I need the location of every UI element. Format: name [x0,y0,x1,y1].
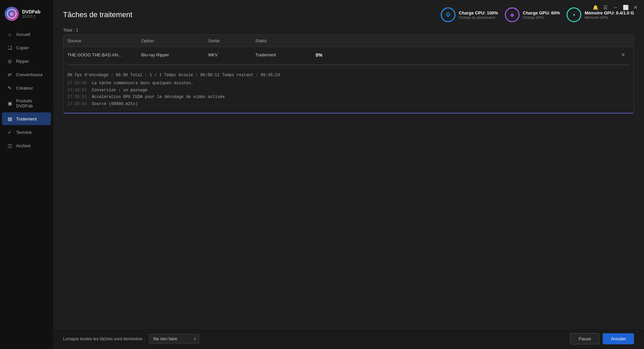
gpu-icon: ◈ [510,11,515,18]
td-statut: Traitement [255,52,316,57]
th-action [616,38,630,43]
nav-label-produits: Produits DVDFab [16,98,46,108]
cancel-button[interactable]: Annuler [603,333,634,344]
convert-icon: ⇄ [7,71,13,78]
nav-label-termine: Terminé [16,130,32,135]
create-icon: ✎ [7,85,13,91]
progress-row [63,63,634,68]
log-ts-1: 17:20:51 [67,88,87,93]
page-header: Tâches de traitement ⚙ Charge CPU: 100% … [53,0,644,26]
app-logo: D DVDFab 13.0.0.2 [0,3,53,28]
remove-task-button[interactable]: ✕ [616,52,630,58]
nav-label-convertisseur: Convertisseur [16,72,43,77]
log-line-1: 17:20:51 Conversion : un passage [67,87,630,94]
nav-label-traitement: Traitement [16,116,37,121]
log-msg-0: La tâche commencera dans quelques minute… [92,81,193,86]
sidebar-item-archive[interactable]: ◫ Archivé [2,139,51,152]
maximize-button[interactable]: ⬜ [621,3,631,11]
done-icon: ✓ [7,129,13,135]
logo-icon: D [5,7,19,21]
app-title: DVDFab [22,9,40,14]
th-statut: Statut [255,38,316,43]
mem-circle: ▪ [567,7,581,22]
sidebar: D DVDFab 13.0.0.2 ⌂ Accueil ❑ Copier ◎ R… [0,0,53,349]
disc-icon: ◎ [7,58,13,64]
sidebar-item-produits[interactable]: ▣ Produits DVDFab [2,95,51,112]
footer-right: Pause Annuler [570,333,634,344]
log-ts-2: 17:20:51 [67,95,87,99]
td-sortie: MKV [208,52,255,57]
svg-text:D: D [10,12,13,16]
nav-label-copier: Copier [16,45,29,50]
close-button[interactable]: ✕ [631,3,641,11]
th-sortie: Sortie [208,38,255,43]
log-msg-1: Conversion : un passage [92,88,148,93]
cpu-metric: ⚙ Charge CPU: 100% Charge du processeur [441,7,498,22]
log-ts-3: 17:20:54 [67,102,87,106]
log-msg-3: Source (00000.m2ts) [92,102,138,106]
completion-action-select[interactable]: Ne rien faire Éteindre Hiberner Mettre e… [149,334,199,344]
sidebar-item-termine[interactable]: ✓ Terminé [2,126,51,139]
sidebar-item-convertisseur[interactable]: ⇄ Convertisseur [2,68,51,81]
nav-label-ripper: Ripper [16,59,29,64]
log-area: 0% Fps d'encodage : 60.90 Total : 1 / 1 … [63,68,634,113]
products-icon: ▣ [7,100,13,106]
cpu-sublabel: Charge du processeur [459,15,498,19]
gpu-metric: ◈ Charge GPU: 60% Charge GPU [505,7,560,22]
log-ts-0: 17:20:50 [67,81,87,86]
mem-sublabel: Mémoire GPU [585,15,634,19]
nav-label-createur: Créateur [16,86,33,91]
log-line-0: 17:20:50 La tâche commencera dans quelqu… [67,80,630,87]
archive-icon: ◫ [7,143,13,149]
footer-left: Lorsque toutes les tâches sont terminées… [63,334,199,344]
nav-label-archive: Archivé [16,143,31,148]
sidebar-item-copier[interactable]: ❑ Copier [2,41,51,54]
th-option: Option [141,38,208,43]
nav-label-accueil: Accueil [16,32,30,37]
pause-button[interactable]: Pause [570,333,599,344]
sidebar-item-traitement[interactable]: ▤ Traitement [2,112,51,125]
cpu-icon: ⚙ [445,11,451,18]
sidebar-item-accueil[interactable]: ⌂ Accueil [2,28,51,41]
menu-button[interactable]: ☰ [600,3,610,11]
minimize-button[interactable]: ─ [610,3,621,11]
copy-icon: ❑ [7,45,13,51]
footer-label: Lorsque toutes les tâches sont terminées… [63,336,145,341]
gpu-label: Charge GPU: 60% [523,10,560,15]
log-line-2: 17:20:51 Accélération GPU CUDA pour le d… [67,94,630,100]
gpu-sublabel: Charge GPU [523,15,560,19]
titlebar: 🔔 ☰ ─ ⬜ ✕ [587,0,644,15]
td-source: THE.GOOD.THE.BAD.AN... [67,52,141,57]
td-option: Blu-ray Ripper [141,52,208,57]
home-icon: ⌂ [7,31,13,37]
fps-line: 0% Fps d'encodage : 60.90 Total : 1 / 1 … [67,72,630,79]
sidebar-item-createur[interactable]: ✎ Créateur [2,82,51,94]
total-count: Total : 1 [53,26,644,35]
log-line-3: 17:20:54 Source (00000.m2ts) [67,101,630,107]
th-source: Source [67,38,141,43]
td-percent: 0% [316,52,616,58]
th-extra [316,38,616,43]
task-table: Source Option Sortie Statut THE.GOOD.THE… [63,35,634,114]
cpu-label: Charge CPU: 100% [459,10,498,15]
main-content: 🔔 ☰ ─ ⬜ ✕ Tâches de traitement ⚙ Charge … [53,0,644,349]
task-block: THE.GOOD.THE.BAD.AN... Blu-ray Ripper MK… [63,47,634,113]
progress-bar-bg [67,64,630,65]
table-row: THE.GOOD.THE.BAD.AN... Blu-ray Ripper MK… [63,47,634,63]
notification-button[interactable]: 🔔 [590,3,600,11]
processing-icon: ▤ [7,116,13,122]
page-title: Tâches de traitement [63,10,132,19]
app-version: 13.0.0.2 [22,14,40,18]
completion-action-wrapper: Ne rien faire Éteindre Hiberner Mettre e… [149,334,199,344]
footer: Lorsque toutes les tâches sont terminées… [53,328,644,349]
cpu-circle: ⚙ [441,7,455,22]
gpu-circle: ◈ [505,7,520,22]
mem-icon: ▪ [573,11,575,18]
table-header: Source Option Sortie Statut [63,35,634,47]
sidebar-item-ripper[interactable]: ◎ Ripper [2,55,51,67]
log-msg-2: Accélération GPU CUDA pour le décodage d… [92,95,225,99]
